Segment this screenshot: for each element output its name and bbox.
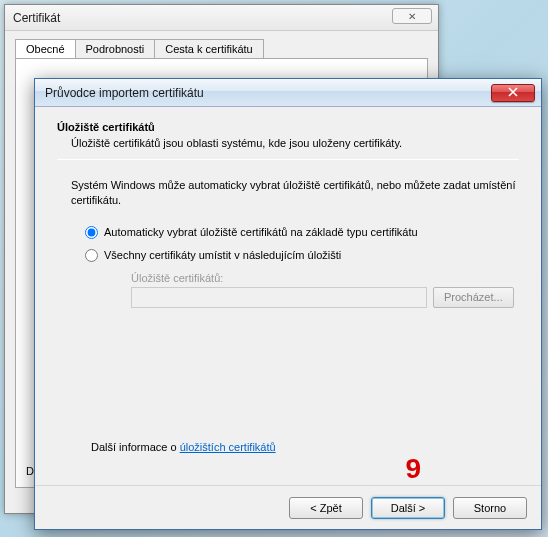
back-button[interactable]: < Zpět xyxy=(289,497,363,519)
close-icon: ✕ xyxy=(408,11,416,22)
tab-general[interactable]: Obecné xyxy=(15,39,76,58)
section-description: Úložiště certifikátů jsou oblasti systém… xyxy=(71,137,519,149)
store-path-row: Procházet... xyxy=(131,287,519,308)
wizard-titlebar: Průvodce importem certifikátu xyxy=(35,79,541,107)
wizard-close-button[interactable] xyxy=(491,84,535,102)
store-selection-group: Automaticky vybrat úložiště certifikátů … xyxy=(85,226,519,308)
store-path-label: Úložiště certifikátů: xyxy=(131,272,519,284)
more-info-line: Další informace o úložištích certifikátů xyxy=(91,441,276,453)
instruction-text: Systém Windows může automaticky vybrat ú… xyxy=(71,178,519,208)
wizard-body: Úložiště certifikátů Úložiště certifikát… xyxy=(35,107,541,485)
next-button[interactable]: Další > xyxy=(371,497,445,519)
wizard-footer: < Zpět Další > Storno xyxy=(35,485,541,529)
certificate-title: Certifikát xyxy=(13,11,60,25)
certificate-tabs: Obecné Podrobnosti Cesta k certifikátu xyxy=(5,31,438,58)
radio-auto-input[interactable] xyxy=(85,226,98,239)
separator xyxy=(57,159,519,160)
store-path-input xyxy=(131,287,427,308)
certificate-titlebar: Certifikát ✕ xyxy=(5,5,438,31)
radio-manual-label: Všechny certifikáty umístit v následujíc… xyxy=(104,249,341,261)
annotation-step-number: 9 xyxy=(405,453,421,485)
import-wizard-dialog: Průvodce importem certifikátu Úložiště c… xyxy=(34,78,542,530)
wizard-title: Průvodce importem certifikátu xyxy=(45,86,491,100)
certificate-close-button[interactable]: ✕ xyxy=(392,8,432,24)
tab-details[interactable]: Podrobnosti xyxy=(75,39,156,58)
cancel-button[interactable]: Storno xyxy=(453,497,527,519)
more-info-link[interactable]: úložištích certifikátů xyxy=(180,441,276,453)
radio-manual-input[interactable] xyxy=(85,249,98,262)
more-info-prefix: Další informace o xyxy=(91,441,180,453)
radio-manual-select[interactable]: Všechny certifikáty umístit v následujíc… xyxy=(85,249,519,262)
tab-cert-path[interactable]: Cesta k certifikátu xyxy=(154,39,263,58)
browse-button: Procházet... xyxy=(433,287,514,308)
section-heading: Úložiště certifikátů xyxy=(57,121,519,133)
close-icon xyxy=(508,87,518,99)
radio-auto-label: Automaticky vybrat úložiště certifikátů … xyxy=(104,226,418,238)
store-path-block: Úložiště certifikátů: Procházet... xyxy=(131,272,519,308)
truncated-text: D xyxy=(26,465,34,477)
radio-auto-select[interactable]: Automaticky vybrat úložiště certifikátů … xyxy=(85,226,519,239)
